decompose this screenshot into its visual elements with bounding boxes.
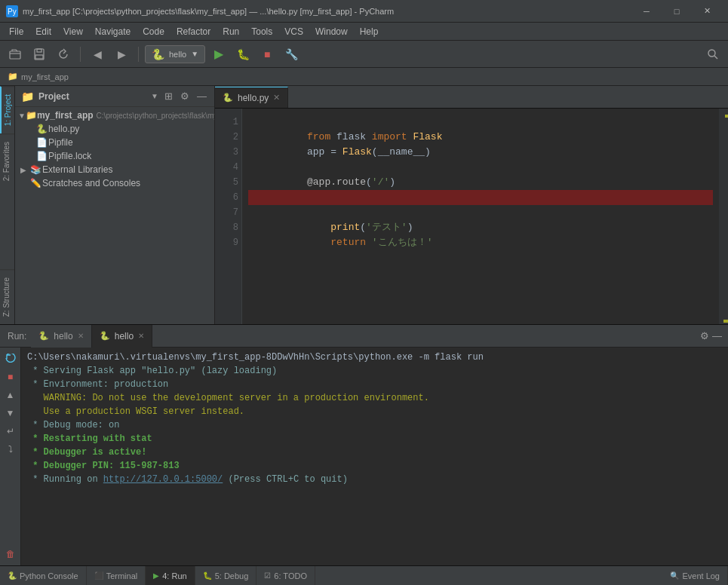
tree-label-my_first_app: my_first_app: [37, 110, 94, 121]
event-log-search-icon: 🔍: [670, 571, 679, 580]
menu-help[interactable]: Help: [354, 25, 385, 38]
event-log-label: Event Log: [682, 571, 720, 580]
panel-controls: ⚙ —: [700, 330, 728, 342]
tree-item-scratches[interactable]: ✏️ Scratches and Consoles: [15, 176, 214, 190]
code-line-6: print('テスト'): [248, 190, 713, 205]
tab-label-hello-py: hello.py: [238, 93, 269, 103]
console-line-6: * Debug mode: on: [27, 418, 722, 432]
gutter-mark-2: [723, 320, 728, 323]
editor-area: 🐍 hello.py ✕ 1 2 3 4 5 6 7 8 9 from flas: [215, 86, 728, 324]
todo-tab-icon: ☑: [264, 571, 271, 580]
debug-tab-icon: 🐛: [203, 571, 212, 580]
scratch-icon: ✏️: [29, 178, 42, 188]
console-scroll-down-button[interactable]: ▼: [2, 405, 19, 421]
open-button[interactable]: [5, 44, 26, 65]
code-editor[interactable]: 1 2 3 4 5 6 7 8 9 from flask import Flas…: [215, 109, 728, 324]
run-tab-label-bottom: 4: Run: [162, 571, 186, 580]
sidebar-dropdown-icon: ▼: [151, 92, 158, 100]
tools-button[interactable]: 🔧: [281, 44, 302, 65]
run-tab-hello2[interactable]: 🐍 hello ✕: [92, 325, 152, 348]
toolbar: ◀ ▶ 🐍 hello ▼ ▶ 🐛 ■ 🔧: [0, 41, 728, 68]
close-button[interactable]: ✕: [692, 0, 722, 23]
bottom-tab-debug[interactable]: 🐛 5: Debug: [195, 566, 257, 586]
bottom-tab-todo[interactable]: ☑ 6: TODO: [256, 566, 315, 586]
run-config-selector[interactable]: 🐍 hello ▼: [145, 45, 205, 63]
panel-tab-structure[interactable]: Z: Structure: [0, 269, 14, 324]
debug-button[interactable]: 🐛: [232, 44, 253, 65]
console-line-10: * Running on http://127.0.0.1:5000/ (Pre…: [27, 473, 722, 486]
menu-run[interactable]: Run: [217, 25, 245, 38]
flask-url-link[interactable]: http://127.0.0.1:5000/: [103, 474, 223, 485]
run-tab-label-2: hello: [115, 331, 134, 342]
console-line-4: WARNING: Do not use the development serv…: [27, 391, 722, 405]
console-stop-button[interactable]: ■: [2, 369, 19, 385]
bottom-tab-run[interactable]: ▶ 4: Run: [146, 566, 195, 586]
console-wrap-button[interactable]: ↵: [2, 423, 19, 440]
tree-item-pipfile-lock[interactable]: 📄 Pipfile.lock: [15, 149, 214, 163]
svg-rect-2: [10, 51, 20, 59]
back-button[interactable]: ◀: [87, 44, 108, 65]
console-scroll-to-end-button[interactable]: ⤵: [2, 441, 19, 458]
console-clear-button[interactable]: 🗑: [2, 546, 19, 562]
tree-arrow-external-libraries: ▶: [18, 166, 29, 174]
svg-text:Py: Py: [8, 8, 17, 16]
run-label: Run:: [8, 331, 26, 342]
console-rerun-button[interactable]: [2, 351, 19, 367]
debug-tab-label: 5: Debug: [215, 571, 249, 580]
menu-refactor[interactable]: Refactor: [170, 25, 217, 38]
bottom-tab-python-console[interactable]: 🐍 Python Console: [0, 566, 87, 586]
menu-window[interactable]: Window: [309, 25, 354, 38]
menu-view[interactable]: View: [57, 25, 89, 38]
breadcrumb-icon: 📁: [8, 72, 18, 81]
sidebar-minimize-button[interactable]: —: [195, 89, 208, 103]
menu-tools[interactable]: Tools: [245, 25, 278, 38]
run-tab-close-1[interactable]: ✕: [78, 332, 84, 340]
menu-edit[interactable]: Edit: [29, 25, 57, 38]
stop-button[interactable]: ■: [256, 44, 278, 65]
minimize-button[interactable]: ─: [631, 0, 662, 23]
run-tab-close-2[interactable]: ✕: [138, 332, 144, 340]
console-scroll-up-button[interactable]: ▲: [2, 387, 19, 403]
panel-tab-project[interactable]: 1: Project: [0, 86, 14, 133]
console-line-2: * Serving Flask app "hello.py" (lazy loa…: [27, 364, 722, 378]
tab-close-hello-py[interactable]: ✕: [273, 93, 280, 103]
code-content[interactable]: from flask import Flask app = Flask(__na…: [242, 109, 719, 324]
svg-line-7: [714, 56, 717, 59]
tab-icon-hello-py: 🐍: [223, 93, 233, 103]
run-button[interactable]: ▶: [208, 44, 229, 65]
tree-item-hello-py[interactable]: 🐍 hello.py: [15, 122, 214, 136]
panel-minimize-button[interactable]: —: [712, 330, 722, 342]
tree-item-external-libraries[interactable]: ▶ 📚 External Libraries: [15, 163, 214, 176]
panel-tab-favorites[interactable]: 2: Favorites: [0, 133, 14, 188]
sidebar-settings-button[interactable]: ⚙: [179, 89, 191, 103]
python-console-icon: 🐍: [8, 571, 17, 580]
svg-rect-5: [35, 55, 43, 59]
menu-navigate[interactable]: Navigate: [89, 25, 137, 38]
forward-button[interactable]: ▶: [111, 44, 132, 65]
menu-file[interactable]: File: [3, 25, 29, 38]
sync-button[interactable]: [53, 44, 74, 65]
tree-item-my_first_app[interactable]: ▼ 📁 my_first_app C:\projects\python_proj…: [15, 109, 214, 122]
folder-icon-my_first_app: 📁: [26, 110, 37, 121]
run-tab-hello1[interactable]: 🐍 hello ✕: [31, 325, 91, 348]
console-area: ■ ▲ ▼ ↵ ⤵ 🗑 C:\Users\nakamuri\.virtualen…: [0, 348, 728, 565]
tree-label-external-libraries: External Libraries: [42, 164, 112, 175]
bottom-tab-terminal[interactable]: ⬛ Terminal: [87, 566, 146, 586]
menu-vcs[interactable]: VCS: [278, 25, 309, 38]
sidebar-project-label: Project: [38, 91, 146, 102]
sidebar-collapse-button[interactable]: ⊞: [163, 89, 174, 103]
run-tab-icon: ▶: [153, 571, 159, 580]
console-line-8: * Debugger is active!: [27, 446, 722, 459]
console-line-3: * Environment: production: [27, 378, 722, 391]
code-line-7: return 'こんちは！': [248, 205, 713, 220]
panel-settings-button[interactable]: ⚙: [700, 330, 709, 342]
editor-tab-hello-py[interactable]: 🐍 hello.py ✕: [215, 87, 288, 108]
console-output[interactable]: C:\Users\nakamuri\.virtualenvs\my_first_…: [21, 348, 728, 565]
save-button[interactable]: [29, 44, 50, 65]
tree-item-pipfile[interactable]: 📄 Pipfile: [15, 136, 214, 149]
bottom-tab-event-log[interactable]: 🔍 Event Log: [662, 566, 728, 586]
menu-code[interactable]: Code: [137, 25, 170, 38]
maximize-button[interactable]: □: [662, 0, 692, 23]
window-title: my_first_app [C:\projects\python_project…: [23, 7, 631, 16]
search-everywhere-button[interactable]: [702, 44, 723, 65]
